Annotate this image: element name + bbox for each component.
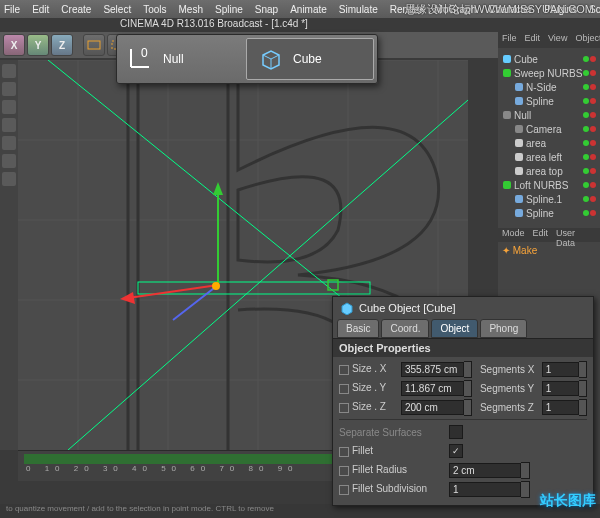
lbl-sep-surf: Separate Surfaces — [339, 427, 449, 438]
popup-cube-label: Cube — [293, 52, 322, 66]
tab-basic[interactable]: Basic — [337, 319, 379, 338]
lbl-seg-x: Segments X — [480, 364, 542, 375]
lbl-seg-y: Segments Y — [480, 383, 542, 394]
tree-item[interactable]: Spline — [500, 94, 598, 108]
make-editable[interactable]: ✦ Make — [498, 242, 600, 259]
om-file[interactable]: File — [498, 32, 521, 48]
menu-animate[interactable]: Animate — [290, 4, 327, 15]
window-title: CINEMA 4D R13.016 Broadcast - [1.c4d *] — [120, 18, 308, 32]
menu-select[interactable]: Select — [103, 4, 131, 15]
cube-icon — [339, 301, 353, 315]
popup-null[interactable]: 0 Null — [117, 35, 243, 83]
popup-null-label: Null — [163, 52, 184, 66]
spin-size-z[interactable] — [464, 399, 472, 416]
menu-tools[interactable]: Tools — [143, 4, 166, 15]
panel-title: Cube Object [Cube] — [333, 297, 593, 319]
mode-edge-icon[interactable] — [2, 136, 16, 150]
tree-item[interactable]: Spline — [500, 206, 598, 220]
lbl-seg-z: Segments Z — [480, 402, 542, 413]
inp-fillet-radius[interactable]: 2 cm — [449, 463, 521, 478]
inp-fillet-sub[interactable]: 1 — [449, 482, 521, 497]
cube-icon — [257, 45, 285, 73]
primitive-popup: 0 Null Cube — [116, 34, 378, 84]
tree-item[interactable]: Camera — [500, 122, 598, 136]
inp-seg-z[interactable]: 1 — [542, 400, 579, 415]
axis-z-button[interactable]: Z — [51, 34, 73, 56]
am-user[interactable]: User Data — [552, 228, 600, 242]
tree-item[interactable]: N-Side — [500, 80, 598, 94]
tab-phong[interactable]: Phong — [480, 319, 527, 338]
render-button[interactable] — [83, 34, 105, 56]
mode-point-icon[interactable] — [2, 118, 16, 132]
svg-text:0: 0 — [141, 46, 148, 60]
panel-header: Object Properties — [333, 338, 593, 357]
lbl-fillet-sub: Fillet Subdivision — [339, 483, 449, 494]
tree-item[interactable]: Null — [500, 108, 598, 122]
chk-sep-surf[interactable] — [449, 425, 463, 439]
null-icon: 0 — [127, 45, 155, 73]
tree-item[interactable]: Spline.1 — [500, 192, 598, 206]
menu-file[interactable]: File — [4, 4, 20, 15]
svg-marker-30 — [342, 303, 352, 315]
am-edit[interactable]: Edit — [529, 228, 553, 242]
axis-x-button[interactable]: X — [3, 34, 25, 56]
om-view[interactable]: View — [544, 32, 571, 48]
inp-seg-y[interactable]: 1 — [542, 381, 579, 396]
svg-point-29 — [212, 282, 220, 290]
status-bar: to quantize movement / add to the select… — [0, 504, 600, 518]
tree-item[interactable]: area left — [500, 150, 598, 164]
spin-size-x[interactable] — [464, 361, 472, 378]
tree-item[interactable]: Cube — [500, 52, 598, 66]
mode-axis-icon[interactable] — [2, 100, 16, 114]
tab-object[interactable]: Object — [431, 319, 478, 338]
mode-model-icon[interactable] — [2, 64, 16, 78]
mode-bar — [0, 60, 18, 450]
spin-size-y[interactable] — [464, 380, 472, 397]
svg-marker-24 — [213, 182, 223, 195]
inp-size-y[interactable]: 11.867 cm — [401, 381, 464, 396]
mode-poly-icon[interactable] — [2, 154, 16, 168]
inp-seg-x[interactable]: 1 — [542, 362, 579, 377]
tree-item[interactable]: area top — [500, 164, 598, 178]
popup-cube[interactable]: Cube — [246, 38, 374, 80]
lbl-size-z: Size . Z — [339, 401, 401, 412]
tab-coord[interactable]: Coord. — [381, 319, 429, 338]
menu-simulate[interactable]: Simulate — [339, 4, 378, 15]
tree-item[interactable]: area — [500, 136, 598, 150]
lbl-size-x: Size . X — [339, 363, 401, 374]
spin-seg-x[interactable] — [579, 361, 587, 378]
chk-fillet[interactable]: ✓ — [449, 444, 463, 458]
spin-seg-z[interactable] — [579, 399, 587, 416]
menu-edit[interactable]: Edit — [32, 4, 49, 15]
lbl-fillet: Fillet — [339, 445, 449, 456]
lbl-size-y: Size . Y — [339, 382, 401, 393]
axis-y-button[interactable]: Y — [27, 34, 49, 56]
watermark-bottom: 站长图库 — [540, 492, 596, 510]
menu-spline[interactable]: Spline — [215, 4, 243, 15]
inp-size-x[interactable]: 355.875 cm — [401, 362, 464, 377]
am-mode[interactable]: Mode — [498, 228, 529, 242]
attribute-panel: Cube Object [Cube] Basic Coord. Object P… — [332, 296, 594, 506]
menu-snap[interactable]: Snap — [255, 4, 278, 15]
tree-item[interactable]: Sweep NURBS — [500, 66, 598, 80]
spin-fillet-sub[interactable] — [521, 481, 530, 498]
watermark-top: 思缘设计论坛 WWW.MISSYUAN.COM — [405, 2, 594, 17]
spin-seg-y[interactable] — [579, 380, 587, 397]
menu-mesh[interactable]: Mesh — [179, 4, 203, 15]
om-edit[interactable]: Edit — [521, 32, 545, 48]
spin-fillet-radius[interactable] — [521, 462, 530, 479]
om-object[interactable]: Object — [571, 32, 600, 48]
menu-create[interactable]: Create — [61, 4, 91, 15]
inp-size-z[interactable]: 200 cm — [401, 400, 464, 415]
svg-rect-0 — [88, 41, 100, 49]
mode-texture-icon[interactable] — [2, 172, 16, 186]
mode-object-icon[interactable] — [2, 82, 16, 96]
tree-item[interactable]: Loft NURBS — [500, 178, 598, 192]
lbl-fillet-radius: Fillet Radius — [339, 464, 449, 475]
